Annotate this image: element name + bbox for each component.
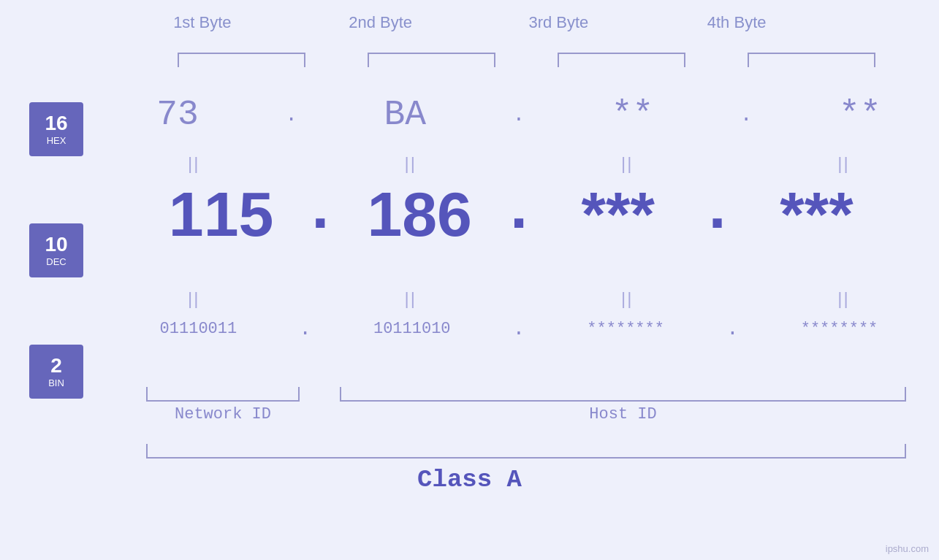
bin-byte2: 10111010 xyxy=(343,320,482,338)
outer-bottom-bracket xyxy=(146,444,906,459)
byte4-top-bracket xyxy=(748,53,875,67)
eq1-byte4: || xyxy=(780,153,908,174)
dec-badge-label: DEC xyxy=(46,256,66,267)
hex-dot2: . xyxy=(513,104,525,126)
bin-byte3: ******** xyxy=(556,320,695,338)
dec-badge: 10 DEC xyxy=(29,223,83,277)
bin-dot1: . xyxy=(299,318,311,340)
bin-dot3: . xyxy=(726,318,739,340)
byte2-header: 2nd Byte xyxy=(300,13,461,32)
equals-row1: || || || || xyxy=(113,153,924,174)
dec-badge-num: 10 xyxy=(45,234,67,256)
equals-row2: || || || || xyxy=(113,288,924,309)
bin-row: 01110011 . 10111010 . ******** . *******… xyxy=(113,318,924,340)
dec-byte3: *** xyxy=(582,178,655,250)
host-id-label: Host ID xyxy=(340,405,906,423)
dec-row: 115 . 186 . *** . *** xyxy=(113,175,924,253)
eq2-byte4: || xyxy=(780,288,908,309)
hex-byte2: BA xyxy=(384,95,427,134)
network-id-label: Network ID xyxy=(146,405,300,423)
byte1-header: 1st Byte xyxy=(122,13,283,32)
bin-badge: 2 BIN xyxy=(29,345,83,399)
bin-badge-label: BIN xyxy=(48,377,64,388)
dec-dot2: . xyxy=(500,175,538,253)
bin-byte1: 01110011 xyxy=(129,320,267,338)
byte3-header: 3rd Byte xyxy=(478,13,639,32)
byte4-header: 4th Byte xyxy=(656,13,817,32)
dec-byte2-cell: 186 xyxy=(339,178,500,250)
dec-byte4: *** xyxy=(780,178,853,250)
dec-byte3-cell: *** xyxy=(538,178,699,250)
eq1-byte2: || xyxy=(346,153,474,174)
eq2-byte1: || xyxy=(130,288,258,309)
id-labels: Network ID Host ID xyxy=(146,405,906,423)
hex-badge-num: 16 xyxy=(45,112,67,135)
host-bracket xyxy=(340,387,906,402)
byte-headers: 1st Byte 2nd Byte 3rd Byte 4th Byte xyxy=(0,13,939,32)
hex-row: 73 . BA . ** . ** xyxy=(113,95,924,134)
dec-byte1-cell: 115 xyxy=(141,178,302,250)
byte1-top-bracket xyxy=(178,53,305,67)
eq1-byte1: || xyxy=(130,153,258,174)
hex-dot1: . xyxy=(285,104,297,126)
bin-byte4: ******** xyxy=(770,320,909,338)
dec-byte2: 186 xyxy=(367,178,472,250)
bottom-brackets xyxy=(146,387,906,402)
top-brackets xyxy=(146,53,906,67)
hex-badge: 16 HEX xyxy=(29,102,83,156)
main-container: 1st Byte 2nd Byte 3rd Byte 4th Byte 16 H… xyxy=(0,0,939,560)
dec-dot1: . xyxy=(302,175,340,253)
eq2-byte2: || xyxy=(346,288,474,309)
network-bracket xyxy=(146,387,300,402)
hex-byte4: ** xyxy=(839,95,881,134)
eq2-byte3: || xyxy=(563,288,691,309)
dec-dot3: . xyxy=(699,175,737,253)
bin-badge-num: 2 xyxy=(50,355,62,377)
hex-byte3: ** xyxy=(612,95,654,134)
base-badges: 16 HEX 10 DEC 2 BIN xyxy=(29,102,83,399)
watermark: ipshu.com xyxy=(886,543,929,554)
hex-badge-label: HEX xyxy=(47,135,66,146)
dec-byte1: 115 xyxy=(169,178,274,250)
dec-byte4-cell: *** xyxy=(736,178,897,250)
bin-dot2: . xyxy=(513,318,525,340)
eq1-byte3: || xyxy=(563,153,691,174)
byte3-top-bracket xyxy=(558,53,685,67)
hex-byte1: 73 xyxy=(156,95,199,134)
byte2-top-bracket xyxy=(368,53,495,67)
hex-dot3: . xyxy=(740,104,753,126)
class-label: Class A xyxy=(0,466,939,494)
